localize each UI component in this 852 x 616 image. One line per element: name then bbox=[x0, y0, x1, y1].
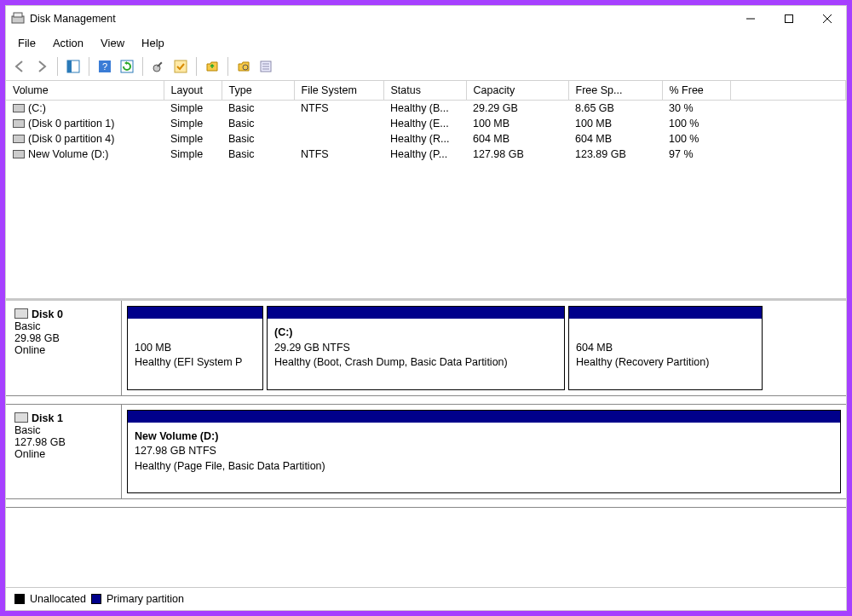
volume-name: New Volume (D:) bbox=[28, 148, 108, 160]
partition[interactable]: 100 MBHealthy (EFI System P bbox=[127, 306, 263, 390]
partition[interactable]: New Volume (D:)127.98 GB NTFSHealthy (Pa… bbox=[127, 410, 841, 494]
volume-name: (C:) bbox=[28, 102, 46, 114]
folder-search-button[interactable] bbox=[233, 56, 254, 77]
volume-layout: Simple bbox=[164, 116, 222, 131]
col-filesystem[interactable]: File System bbox=[294, 81, 383, 101]
menu-help[interactable]: Help bbox=[135, 35, 171, 51]
partition-header bbox=[268, 307, 564, 319]
disk-map-panel: Disk 0Basic29.98 GBOnline 100 MBHealthy … bbox=[6, 300, 846, 587]
volume-layout: Simple bbox=[164, 101, 222, 117]
partition-status: Healthy (Boot, Crash Dump, Basic Data Pa… bbox=[274, 355, 557, 371]
svg-rect-1 bbox=[14, 13, 22, 17]
menu-file[interactable]: File bbox=[11, 35, 43, 51]
disk-name: Disk 1 bbox=[32, 412, 63, 424]
drive-icon bbox=[13, 150, 25, 158]
back-button[interactable] bbox=[9, 56, 30, 77]
volume-status: Healthy (B... bbox=[383, 101, 466, 117]
volume-pct: 100 % bbox=[662, 116, 730, 131]
partition-header bbox=[569, 307, 762, 319]
toolbar-separator bbox=[57, 57, 58, 76]
volume-layout: Simple bbox=[164, 147, 222, 162]
col-pctfree[interactable]: % Free bbox=[662, 81, 730, 101]
legend-primary-label: Primary partition bbox=[106, 593, 184, 605]
volume-capacity: 604 MB bbox=[466, 131, 568, 147]
col-status[interactable]: Status bbox=[383, 81, 466, 101]
svg-rect-13 bbox=[175, 60, 187, 72]
table-row[interactable]: (Disk 0 partition 4)SimpleBasicHealthy (… bbox=[6, 131, 846, 147]
volume-fs bbox=[294, 116, 383, 131]
folder-up-button[interactable] bbox=[202, 56, 222, 77]
drive-icon bbox=[13, 119, 25, 128]
minimize-button[interactable] bbox=[731, 6, 769, 32]
window-title: Disk Management bbox=[30, 13, 731, 25]
disk-icon bbox=[14, 412, 28, 423]
volume-list[interactable]: Volume Layout Type File System Status Ca… bbox=[6, 81, 846, 300]
col-type[interactable]: Type bbox=[222, 81, 294, 101]
menu-action[interactable]: Action bbox=[46, 35, 90, 51]
table-row[interactable]: (C:)SimpleBasicNTFSHealthy (B...29.29 GB… bbox=[6, 101, 846, 117]
drive-icon bbox=[13, 135, 25, 143]
app-icon bbox=[11, 12, 25, 26]
col-volume[interactable]: Volume bbox=[6, 81, 164, 101]
menubar: File Action View Help bbox=[6, 32, 846, 55]
menu-view[interactable]: View bbox=[94, 35, 131, 51]
help-button[interactable]: ? bbox=[95, 56, 115, 77]
disk-type: Basic bbox=[14, 320, 112, 332]
volume-type: Basic bbox=[222, 101, 294, 117]
settings-button[interactable] bbox=[148, 56, 169, 77]
show-hide-tree-button[interactable] bbox=[63, 56, 83, 77]
partition[interactable]: (C:)29.29 GB NTFSHealthy (Boot, Crash Du… bbox=[267, 306, 565, 390]
table-row[interactable]: New Volume (D:)SimpleBasicNTFSHealthy (P… bbox=[6, 147, 846, 162]
unallocated-swatch bbox=[14, 594, 25, 604]
volume-status: Healthy (E... bbox=[383, 116, 466, 131]
titlebar: Disk Management bbox=[6, 6, 846, 32]
disk-icon bbox=[14, 308, 28, 319]
volume-pct: 100 % bbox=[662, 131, 730, 147]
volume-free: 123.89 GB bbox=[568, 147, 662, 162]
disk-management-window: Disk Management File Action View Help ? bbox=[5, 5, 847, 611]
volume-capacity: 100 MB bbox=[466, 116, 568, 131]
disk-row: Disk 1Basic127.98 GBOnlineNew Volume (D:… bbox=[6, 405, 846, 500]
partition-size: 127.98 GB NTFS bbox=[135, 444, 833, 459]
col-layout[interactable]: Layout bbox=[164, 81, 222, 101]
disk-partitions: 100 MBHealthy (EFI System P(C:)29.29 GB … bbox=[122, 301, 846, 395]
properties-button[interactable] bbox=[256, 56, 276, 77]
disk-partitions: New Volume (D:)127.98 GB NTFSHealthy (Pa… bbox=[122, 405, 846, 499]
volume-type: Basic bbox=[222, 147, 294, 162]
partition-size: 29.29 GB NTFS bbox=[274, 341, 557, 356]
forward-button[interactable] bbox=[32, 56, 52, 77]
disk-info[interactable]: Disk 0Basic29.98 GBOnline bbox=[6, 301, 122, 395]
partition-status: Healthy (Page File, Basic Data Partition… bbox=[135, 459, 833, 475]
partition-title: (C:) bbox=[274, 325, 557, 341]
disk-size: 127.98 GB bbox=[14, 436, 112, 448]
volume-pct: 30 % bbox=[662, 101, 730, 117]
close-button[interactable] bbox=[808, 6, 846, 32]
volume-status: Healthy (R... bbox=[383, 131, 466, 147]
table-row[interactable]: (Disk 0 partition 1)SimpleBasicHealthy (… bbox=[6, 116, 846, 131]
partition-title: New Volume (D:) bbox=[135, 429, 833, 445]
volume-name: (Disk 0 partition 1) bbox=[28, 118, 114, 130]
volume-free: 8.65 GB bbox=[568, 101, 662, 117]
maximize-button[interactable] bbox=[769, 6, 808, 32]
volume-free: 604 MB bbox=[568, 131, 662, 147]
partition[interactable]: 604 MBHealthy (Recovery Partition) bbox=[568, 306, 763, 390]
apply-button[interactable] bbox=[170, 56, 191, 77]
col-capacity[interactable]: Capacity bbox=[466, 81, 568, 101]
toolbar-separator bbox=[89, 57, 89, 76]
partition-header bbox=[128, 411, 840, 423]
volume-status: Healthy (P... bbox=[383, 147, 466, 162]
partition-status: Healthy (EFI System P bbox=[135, 355, 256, 371]
refresh-button[interactable] bbox=[117, 56, 137, 77]
drive-icon bbox=[13, 104, 25, 112]
partition-size: 100 MB bbox=[135, 341, 256, 356]
svg-text:?: ? bbox=[102, 61, 107, 72]
col-free[interactable]: Free Sp... bbox=[568, 81, 662, 101]
col-spacer bbox=[730, 81, 846, 101]
svg-rect-7 bbox=[67, 60, 72, 72]
volume-free: 100 MB bbox=[568, 116, 662, 131]
disk-name: Disk 0 bbox=[32, 308, 63, 320]
disk-status: Online bbox=[14, 448, 112, 460]
volume-capacity: 29.29 GB bbox=[466, 101, 568, 117]
disk-info[interactable]: Disk 1Basic127.98 GBOnline bbox=[6, 405, 122, 499]
partition-header bbox=[128, 307, 262, 319]
